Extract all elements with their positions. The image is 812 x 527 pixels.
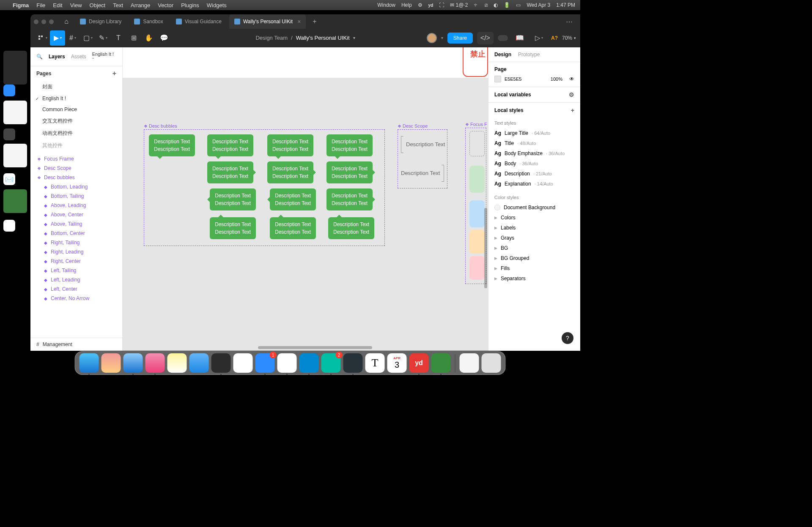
add-page-button[interactable]: +	[112, 70, 116, 77]
layer-bubble-6[interactable]: ◆Right, Tailing	[30, 238, 122, 247]
page-opacity[interactable]: 100%	[551, 76, 562, 82]
text-style-large-title[interactable]: AgLarge Title· 64/Auto	[488, 128, 580, 138]
layer-bubble-7[interactable]: ◆Right, Leading	[30, 247, 122, 257]
text-style-description[interactable]: AgDescription· 21/Auto	[488, 169, 580, 179]
team-name[interactable]: Design Team	[255, 35, 288, 41]
bubble-7[interactable]: Description TextDescription Text	[326, 161, 373, 183]
page-item-1[interactable]: English It !	[30, 93, 122, 104]
text-style-body[interactable]: AgBody· 36/Auto	[488, 158, 580, 169]
layer-management[interactable]: # Management	[30, 338, 122, 351]
tab-layers[interactable]: Layers	[49, 54, 65, 60]
layer-bubble-4[interactable]: ◆Above, Tailing	[30, 219, 122, 229]
menu-help[interactable]: Help	[401, 2, 412, 8]
page-item-3[interactable]: 交互文档控件	[30, 115, 122, 127]
desktop-window-thumb-2[interactable]	[3, 101, 27, 124]
close-icon[interactable]: ×	[297, 18, 301, 25]
frame-label-focus[interactable]: Focus F	[465, 122, 487, 127]
dock-app-t[interactable]: T	[365, 353, 385, 373]
color-style-doc-bg[interactable]: Document Background	[488, 202, 580, 213]
chevron-down-icon[interactable]: ▾	[353, 35, 355, 40]
dock-vscode[interactable]	[299, 353, 319, 373]
text-style-explanation[interactable]: AgExplanation· 14/Auto	[488, 179, 580, 189]
desktop-app-2[interactable]	[3, 220, 15, 232]
tab-overflow-menu[interactable]: ⋯	[562, 18, 577, 26]
dock-launchpad[interactable]	[102, 353, 121, 373]
dev-mode-button[interactable]: </>	[477, 32, 494, 44]
home-tab[interactable]: ⌂	[60, 16, 72, 27]
variables-settings-icon[interactable]: ⚙	[569, 91, 574, 98]
bubble-9[interactable]: Description TextDescription Text	[270, 188, 316, 210]
swatch-green[interactable]	[469, 166, 485, 193]
layer-bubble-3[interactable]: ◆Above, Center	[30, 210, 122, 219]
status-icon-6[interactable]: ◐	[494, 2, 498, 8]
dock-app-red[interactable]	[233, 353, 253, 373]
dock-figma[interactable]	[211, 353, 231, 373]
dock-app-teal[interactable]: 2	[321, 353, 341, 373]
status-icon-2[interactable]: yd	[428, 3, 433, 8]
tab-wally-uikit[interactable]: Wally's Personal UIKit×	[229, 14, 306, 29]
comment-tool[interactable]: 💬	[156, 30, 172, 46]
tab-prototype[interactable]: Prototype	[518, 52, 540, 57]
status-date[interactable]: Wed Apr 3	[527, 2, 550, 8]
dock-mail[interactable]	[123, 353, 143, 373]
menu-plugins[interactable]: Plugins	[181, 2, 199, 8]
frame-tool[interactable]: #▾	[65, 30, 80, 46]
status-display-icon[interactable]: ▭	[516, 2, 521, 8]
present-button[interactable]: ▷▾	[532, 30, 547, 46]
text-tool[interactable]: T	[111, 30, 126, 46]
dock-notes[interactable]	[167, 353, 187, 373]
status-icon-1[interactable]: ⚙	[418, 2, 422, 8]
dev-mode-toggle[interactable]	[498, 35, 508, 41]
layer-focus-frame[interactable]: ❖Focus Frame	[30, 154, 122, 164]
dock-trash[interactable]	[482, 353, 501, 373]
layer-bubble-5[interactable]: ◆Bottom, Center	[30, 229, 122, 238]
canvas-scrollbar-horizontal[interactable]	[258, 346, 372, 349]
traffic-lights[interactable]	[34, 19, 54, 24]
layer-bubble-10[interactable]: ◆Left, Leading	[30, 275, 122, 284]
bubble-13[interactable]: Description TextDescription Text	[328, 217, 374, 239]
dock-zoom[interactable]: 1	[255, 353, 275, 373]
menu-arrange[interactable]: Arrange	[131, 2, 150, 8]
menu-vector[interactable]: Vector	[158, 2, 173, 8]
canvas[interactable]: 禁止 Desc bubbles Description TextDescript…	[123, 47, 488, 351]
bubble-2[interactable]: Description TextDescription Text	[207, 134, 253, 156]
layer-bubble-11[interactable]: ◆Left, Center	[30, 284, 122, 294]
menu-widgets[interactable]: Widgets	[207, 2, 227, 8]
file-name[interactable]: Wally's Personal UIKit	[296, 35, 350, 41]
status-icon-3[interactable]: ⛶	[439, 2, 444, 8]
bubble-11[interactable]: Description TextDescription Text	[210, 217, 256, 239]
menu-view[interactable]: View	[70, 2, 82, 8]
menu-file[interactable]: File	[36, 2, 45, 8]
desktop-window-thumb-4[interactable]	[3, 189, 27, 213]
tab-sandbox[interactable]: Sandbox	[129, 14, 168, 29]
local-variables-header[interactable]: Local variables ⚙	[488, 87, 580, 102]
add-style-button[interactable]: +	[571, 107, 574, 114]
desktop-app-mail[interactable]: ✉️	[3, 173, 15, 185]
frame-label-bubbles[interactable]: Desc bubbles	[144, 123, 177, 128]
frame-box-scope[interactable]	[398, 129, 447, 188]
dock-app-pink[interactable]	[145, 353, 165, 373]
page-item-2[interactable]: Common Piece	[30, 104, 122, 115]
menu-object[interactable]: Object	[90, 2, 106, 8]
share-button[interactable]: Share	[447, 33, 473, 44]
focus-dashed[interactable]	[469, 131, 485, 156]
bubble-6[interactable]: Description TextDescription Text	[267, 161, 313, 183]
status-icon-4[interactable]: ᯤ	[474, 2, 479, 8]
swatch-blue[interactable]	[469, 200, 485, 227]
dock-app-yd[interactable]: yd	[409, 353, 429, 373]
desktop-window-thumb-3[interactable]	[3, 144, 27, 167]
tab-visual-guidance[interactable]: Visual Guidance	[171, 14, 227, 29]
search-icon[interactable]: 🔍	[36, 54, 43, 60]
color-group-fills[interactable]: ▶Fills	[488, 263, 580, 273]
status-time[interactable]: 1:47 PM	[556, 2, 575, 8]
menu-window[interactable]: Window	[377, 2, 395, 8]
tab-design[interactable]: Design	[494, 52, 511, 57]
scope-text-1[interactable]: Description Text	[406, 141, 445, 147]
layer-bubble-1[interactable]: ◆Bottom, Tailing	[30, 191, 122, 201]
swatch-pink[interactable]	[469, 256, 485, 280]
pen-tool[interactable]: ✎▾	[96, 30, 111, 46]
layer-desc-bubbles[interactable]: ❖Desc bubbles	[30, 173, 122, 182]
swatch-orange[interactable]	[469, 230, 485, 254]
layer-bubble-2[interactable]: ◆Above, Leading	[30, 201, 122, 210]
color-group-colors[interactable]: ▶Colors	[488, 213, 580, 223]
